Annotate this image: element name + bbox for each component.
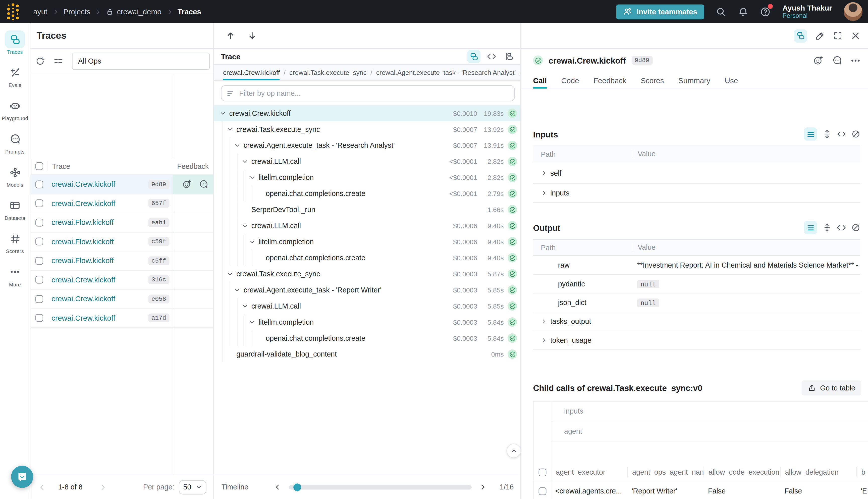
filter-list-icon[interactable] <box>54 57 63 66</box>
kv-row[interactable]: inputs <box>533 184 860 203</box>
row-checkbox[interactable] <box>35 276 43 284</box>
chevron-right-icon[interactable] <box>541 170 547 176</box>
chevron-right-icon[interactable] <box>541 337 547 343</box>
search-icon[interactable] <box>716 6 727 17</box>
tree-row[interactable]: crewai.LLM.call$0.00035.85s <box>214 298 520 314</box>
chevron-right-icon[interactable] <box>541 318 547 324</box>
prev-call-arrow-up-icon[interactable] <box>226 31 235 40</box>
chevron-down-icon[interactable] <box>249 239 258 245</box>
code-view-icon[interactable] <box>837 223 846 232</box>
tree-row[interactable]: SerperDevTool._run1.66s <box>214 202 520 218</box>
column-header[interactable]: b <box>856 467 868 477</box>
stack-crumb[interactable]: crewai.Task.execute_sync <box>289 65 367 81</box>
emoji-plus-icon[interactable] <box>813 55 823 65</box>
sidebar-item-datasets[interactable]: Datasets <box>0 196 30 230</box>
kv-row[interactable]: pydantic null <box>533 275 860 293</box>
breadcrumb-org[interactable]: ayut <box>33 8 47 16</box>
tree-view-button[interactable] <box>467 50 481 63</box>
column-header[interactable]: agent_ops_agent_nan <box>627 467 704 477</box>
ops-filter-select[interactable]: All Ops <box>72 52 210 70</box>
avatar[interactable] <box>844 2 863 21</box>
table-row[interactable]: crewai.Flow.kickoffc5ff <box>30 252 213 271</box>
table-row[interactable]: crewai.Crew.kickoffa17d <box>30 309 213 328</box>
kv-row[interactable]: self <box>533 162 860 184</box>
tab-scores[interactable]: Scores <box>641 72 664 89</box>
call-id-badge[interactable]: 9d89 <box>631 56 653 65</box>
sidebar-item-models[interactable]: Models <box>0 163 30 196</box>
chevron-down-icon[interactable] <box>249 174 258 180</box>
column-header[interactable]: agent_executor <box>551 467 627 477</box>
tree-row[interactable]: crewai.Task.execute_sync$0.00035.87s <box>214 266 520 282</box>
code-view-icon[interactable] <box>837 130 846 138</box>
table-row[interactable]: crewai.Crew.kickoff9d89 <box>30 175 213 194</box>
sidebar-item-evals[interactable]: Evals <box>0 63 30 97</box>
stack-crumb[interactable]: crewai.Crew.kickoff <box>223 65 280 81</box>
column-header[interactable]: allow_code_execution <box>704 467 780 477</box>
chevron-down-icon[interactable] <box>242 158 251 164</box>
table-row[interactable]: crewai.Crew.kickoffe058 <box>30 290 213 309</box>
comment-icon[interactable] <box>199 180 208 189</box>
chat-launcher-button[interactable] <box>11 466 33 488</box>
chevron-down-icon[interactable] <box>227 126 236 132</box>
select-all-checkbox[interactable] <box>538 468 546 476</box>
tree-row[interactable]: openai.chat.completions.create<$0.00012.… <box>214 185 520 202</box>
help-icon[interactable] <box>760 6 771 17</box>
tab-call[interactable]: Call <box>533 72 547 89</box>
chevron-down-icon[interactable] <box>234 142 243 148</box>
row-checkbox[interactable] <box>35 238 43 245</box>
sidebar-item-playground[interactable]: Playground <box>0 97 30 130</box>
timeline-slider[interactable] <box>289 485 471 489</box>
notifications-bell-icon[interactable] <box>738 6 749 17</box>
sidebar-item-prompts[interactable]: Prompts <box>0 130 30 163</box>
per-page-select[interactable]: 50 <box>179 480 207 494</box>
edit-pencil-icon[interactable] <box>816 31 825 40</box>
row-checkbox[interactable] <box>35 199 43 207</box>
group-header[interactable]: agent <box>551 421 868 441</box>
breadcrumb-projects[interactable]: Projects <box>63 8 90 16</box>
refresh-icon[interactable] <box>35 57 45 66</box>
close-icon[interactable] <box>851 31 860 40</box>
tree-row[interactable]: crewai.Agent.execute_task - 'Research An… <box>214 137 520 154</box>
sidebar-item-more[interactable]: More <box>0 263 30 296</box>
tree-row[interactable]: openai.chat.completions.create$0.00035.8… <box>214 330 520 346</box>
row-checkbox[interactable] <box>538 487 546 495</box>
overflow-menu-icon[interactable] <box>851 56 860 65</box>
expand-vertical-icon[interactable] <box>822 130 831 138</box>
kv-row[interactable]: token_usage <box>533 331 860 350</box>
tab-feedback[interactable]: Feedback <box>594 72 627 89</box>
page-prev-icon[interactable] <box>38 483 46 491</box>
tree-row[interactable]: guardrail-validate_blog_content0ms <box>214 346 520 362</box>
wandb-logo-icon[interactable] <box>7 3 19 20</box>
tree-row[interactable]: crewai.LLM.call<$0.00012.82s <box>214 154 520 170</box>
kv-row[interactable]: tasks_output <box>533 312 860 331</box>
table-row[interactable]: crewai.Flow.kickoffc59f <box>30 232 213 252</box>
select-all-checkbox[interactable] <box>35 162 43 170</box>
tree-row[interactable]: crewai.Task.execute_sync$0.000713.92s <box>214 121 520 137</box>
sidebar-item-scorers[interactable]: Scorers <box>0 230 30 263</box>
timeline-next-icon[interactable] <box>479 484 486 491</box>
chevron-down-icon[interactable] <box>220 110 229 116</box>
flame-view-button[interactable] <box>503 50 516 63</box>
tree-row[interactable]: litellm.completion<$0.00012.82s <box>214 169 520 185</box>
hide-values-icon[interactable] <box>852 223 860 232</box>
tree-row[interactable]: openai.chat.completions.create$0.00069.4… <box>214 250 520 266</box>
collapse-panel-button[interactable] <box>507 443 521 458</box>
timeline-prev-icon[interactable] <box>274 484 281 491</box>
row-checkbox[interactable] <box>35 314 43 322</box>
chevron-down-icon[interactable] <box>249 319 258 325</box>
kv-row[interactable]: json_dict null <box>533 293 860 312</box>
list-view-button[interactable] <box>804 221 817 234</box>
next-call-arrow-down-icon[interactable] <box>247 31 257 40</box>
table-row[interactable]: crewai.Flow.kickoffeab1 <box>30 213 213 232</box>
tab-code[interactable]: Code <box>561 72 579 89</box>
timeline-slider-handle[interactable] <box>293 483 301 491</box>
tab-use[interactable]: Use <box>724 72 738 89</box>
table-row[interactable]: crewai.Crew.kickoff316c <box>30 271 213 290</box>
table-row[interactable]: <crewai.agents.cre... 'Report Writer' Fa… <box>534 481 868 499</box>
expand-vertical-icon[interactable] <box>822 223 831 232</box>
breadcrumb-project[interactable]: crewai_demo <box>107 8 161 16</box>
row-checkbox[interactable] <box>35 219 43 227</box>
list-view-button[interactable] <box>804 127 817 141</box>
chevron-right-icon[interactable] <box>541 190 547 196</box>
group-header[interactable]: inputs <box>551 402 868 421</box>
